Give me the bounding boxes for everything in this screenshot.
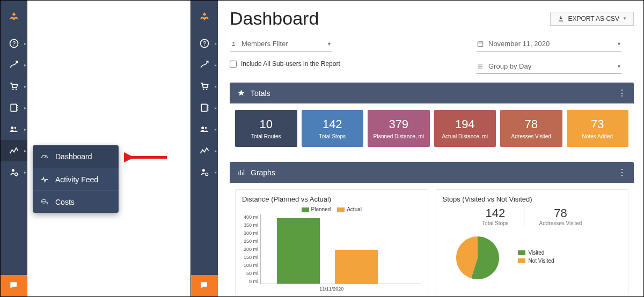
include-subusers-row[interactable]: Include All Sub-users in the Report [230, 60, 455, 68]
graphs-more-button[interactable]: ⋮ [618, 167, 626, 177]
svg-point-8 [15, 173, 18, 176]
addressbook-icon [9, 102, 19, 113]
svg-rect-4 [11, 104, 17, 111]
nav-analytics[interactable]: ▸ [1, 140, 27, 161]
nav-help[interactable]: ?▸ [191, 33, 218, 54]
nav-analytics[interactable]: ▸ [191, 140, 218, 161]
totals-card-label: Notes Added [569, 133, 627, 139]
download-icon [557, 15, 565, 23]
nav-help[interactable]: ?▸ [1, 33, 27, 54]
nav-addressbook[interactable]: ▸ [1, 97, 27, 118]
export-csv-button[interactable]: EXPORT AS CSV ▼ [550, 12, 634, 26]
coins-icon: $ [40, 198, 49, 206]
sidebar-right: ?▸ ▸ ▸ ▸ ▸ ▸ ▸ [191, 1, 218, 296]
svg-point-18 [205, 127, 207, 129]
user-gear-icon [9, 167, 19, 177]
totals-card-value: 73 [569, 117, 627, 131]
totals-card-label: Total Routes [237, 133, 295, 139]
export-label: EXPORT AS CSV [568, 15, 619, 23]
bar-actual [335, 250, 378, 284]
svg-point-9 [42, 199, 46, 202]
nav-orders[interactable]: ▸ [1, 76, 27, 97]
svg-point-7 [12, 169, 14, 172]
stops-visited-value: 78 [539, 206, 582, 220]
star-icon [237, 89, 245, 97]
flyout-activity-feed[interactable]: Activity Feed [33, 168, 119, 190]
nav-orders[interactable]: ▸ [191, 76, 218, 97]
totals-card-label: Planned Distance, mi [370, 133, 428, 139]
analytics-icon [9, 145, 19, 156]
svg-point-21 [232, 41, 235, 43]
bar-planned [277, 218, 320, 284]
nav-team[interactable]: ▸ [1, 118, 27, 140]
distance-chart-xlabel: 11/11/2020 [242, 286, 421, 292]
flyout-costs[interactable]: $ Costs [33, 190, 119, 213]
totals-card: 379Planned Distance, mi [368, 110, 430, 147]
date-picker[interactable]: November 11, 2020 ▼ [477, 36, 621, 51]
distance-chart-yaxis: 0 mi50 mi100 mi150 mi200 mi250 mi300 mi3… [242, 214, 260, 284]
addressbook-icon [199, 102, 210, 113]
logo [191, 1, 218, 33]
cart-icon [9, 81, 19, 92]
svg-rect-22 [478, 41, 482, 46]
svg-point-19 [202, 169, 205, 172]
nav-routes[interactable]: ▸ [1, 54, 27, 76]
stops-pie-legend: VisitedNot Visited [518, 250, 554, 266]
bar-chart-icon [237, 168, 245, 176]
include-subusers-checkbox[interactable] [230, 61, 237, 68]
svg-point-5 [11, 127, 13, 129]
team-icon [199, 124, 210, 135]
nav-addressbook[interactable]: ▸ [191, 97, 218, 118]
chat-button[interactable] [191, 275, 218, 296]
totals-card-value: 10 [237, 117, 295, 131]
list-icon [477, 63, 484, 70]
distance-chart-legend: PlannedActual [242, 206, 421, 212]
graphs-panel: Graphs ⋮ Distance (Planned vs Actual) Pl… [230, 162, 634, 296]
totals-more-button[interactable]: ⋮ [618, 88, 626, 98]
group-value: Group by Day [488, 62, 531, 70]
analytics-flyout: Dashboard Activity Feed $ Costs [33, 145, 119, 213]
nav-settings[interactable]: ▸ [1, 161, 27, 183]
team-icon [9, 124, 19, 135]
distance-chart: Distance (Planned vs Actual) PlannedActu… [235, 189, 428, 294]
routes-icon [9, 60, 19, 70]
totals-card-label: Total Stops [304, 133, 362, 139]
distance-chart-plot [260, 214, 421, 284]
totals-card: 194Actual Distance, mi [434, 110, 496, 147]
nav-routes[interactable]: ▸ [191, 54, 218, 76]
nav-team[interactable]: ▸ [191, 118, 218, 140]
right-panel: ?▸ ▸ ▸ ▸ ▸ ▸ ▸ Dashboard EXPORT AS CSV ▼ [191, 1, 643, 296]
callout-arrow [124, 151, 170, 164]
routes-logo-icon [9, 11, 19, 22]
svg-point-2 [12, 89, 13, 91]
include-subusers-label: Include All Sub-users in the Report [241, 60, 340, 68]
totals-card-label: Adresses Visited [502, 133, 560, 139]
svg-rect-16 [201, 104, 207, 111]
flyout-label: Activity Feed [55, 175, 98, 184]
nav-settings[interactable]: ▸ [191, 161, 218, 183]
stops-chart-title: Stops (Visited vs Not Visited) [443, 195, 622, 203]
members-filter[interactable]: Members Filter ▼ [230, 36, 332, 51]
totals-card-label: Actual Distance, mi [436, 133, 494, 139]
date-value: November 11, 2020 [488, 40, 550, 48]
totals-header-label: Totals [251, 89, 270, 98]
svg-point-17 [201, 127, 204, 129]
totals-card: 73Notes Added [567, 110, 629, 147]
svg-text:?: ? [203, 40, 206, 47]
stops-pie [443, 231, 513, 285]
stops-visited-label: Addresses Visited [539, 220, 582, 226]
page-title: Dashboard [230, 8, 319, 29]
analytics-icon [199, 145, 210, 156]
flyout-label: Dashboard [55, 152, 92, 161]
flyout-label: Costs [55, 198, 75, 206]
totals-card: 10Total Routes [235, 110, 297, 147]
pulse-icon [40, 175, 49, 184]
group-by-select[interactable]: Group by Day ▼ [477, 59, 621, 74]
chat-button[interactable] [1, 275, 27, 296]
svg-point-3 [16, 89, 17, 91]
totals-card: 78Adresses Visited [500, 110, 562, 147]
flyout-dashboard[interactable]: Dashboard [33, 145, 119, 168]
stops-total-value: 142 [482, 206, 508, 220]
svg-text:$: $ [46, 202, 48, 205]
sidebar-left: ?▸ ▸ ▸ ▸ ▸ ▸ ▸ [1, 1, 27, 296]
